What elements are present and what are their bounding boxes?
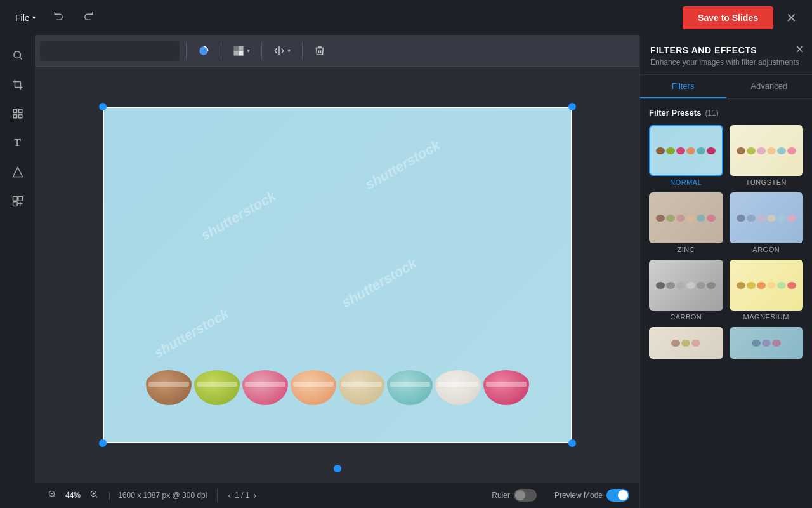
toolbar-divider-3 bbox=[261, 42, 262, 60]
tab-filters[interactable]: Filters bbox=[640, 75, 726, 98]
filter-8[interactable] bbox=[730, 327, 804, 359]
svg-rect-4 bbox=[13, 115, 16, 118]
ruler-toggle: Ruler bbox=[492, 489, 537, 502]
preview-mode-switch[interactable] bbox=[606, 489, 629, 502]
image-dimensions-info: 1600 x 1087 px @ 300 dpi bbox=[118, 491, 207, 500]
watermark-1: shutterstock bbox=[198, 187, 278, 244]
panel-subtitle: Enhance your images with filter adjustme… bbox=[650, 58, 802, 67]
mini-macarons-carbon bbox=[656, 282, 716, 289]
filter-zinc[interactable]: ZINC bbox=[649, 192, 723, 253]
macarons-row bbox=[146, 370, 529, 443]
search-tool-button[interactable] bbox=[5, 43, 30, 68]
circle-mode-icon bbox=[198, 45, 209, 57]
svg-rect-2 bbox=[13, 109, 16, 112]
right-panel: FILTERS AND EFFECTS Enhance your images … bbox=[639, 35, 812, 508]
mini-macarons-normal bbox=[656, 147, 716, 154]
filter-normal[interactable]: NORMAL bbox=[649, 125, 723, 186]
filter-argon-label: ARGON bbox=[730, 246, 804, 253]
mini-macarons-8 bbox=[752, 340, 781, 347]
delete-button[interactable] bbox=[309, 43, 331, 59]
layer-name-input[interactable] bbox=[40, 41, 180, 61]
next-page-button[interactable]: › bbox=[253, 490, 256, 500]
macaron-1 bbox=[146, 370, 192, 405]
filter-magnesium[interactable]: MAGNESIUM bbox=[730, 260, 804, 321]
transparency-button[interactable]: ▾ bbox=[228, 43, 255, 59]
filter-tungsten-preview bbox=[730, 125, 804, 176]
filter-argon-thumb bbox=[730, 192, 804, 243]
handle-bottom-right[interactable] bbox=[568, 439, 576, 447]
canvas-area: ▾ ▾ bbox=[35, 35, 639, 508]
delete-icon bbox=[314, 45, 325, 57]
filter-carbon-thumb bbox=[649, 260, 723, 311]
main-content: T bbox=[0, 35, 812, 508]
file-label: File bbox=[15, 13, 30, 23]
svg-rect-12 bbox=[234, 46, 239, 51]
save-to-slides-button[interactable]: Save to Slides bbox=[683, 6, 773, 29]
ruler-toggle-switch[interactable] bbox=[514, 489, 537, 502]
toolbar-divider-1 bbox=[186, 42, 187, 60]
filter-magnesium-label: MAGNESIUM bbox=[730, 313, 804, 321]
text-tool-button[interactable]: T bbox=[5, 130, 30, 156]
svg-rect-14 bbox=[234, 51, 239, 56]
filter-argon[interactable]: ARGON bbox=[730, 192, 804, 253]
flip-icon bbox=[273, 45, 285, 57]
filter-argon-preview bbox=[730, 192, 804, 243]
undo-button[interactable] bbox=[48, 8, 70, 27]
file-menu-button[interactable]: File ▾ bbox=[10, 10, 41, 25]
secondary-toolbar: ▾ ▾ bbox=[35, 35, 639, 67]
left-toolbar: T bbox=[0, 35, 35, 508]
redo-icon bbox=[82, 11, 94, 22]
svg-rect-13 bbox=[239, 46, 244, 51]
filter-presets-header: Filter Presets (11) bbox=[649, 108, 803, 117]
filter-icon bbox=[12, 108, 23, 119]
handle-bottom-left[interactable] bbox=[99, 439, 107, 447]
filter-8-preview bbox=[730, 327, 804, 359]
add-element-button[interactable] bbox=[5, 189, 30, 214]
filter-carbon[interactable]: CARBON bbox=[649, 260, 723, 321]
handle-top-right[interactable] bbox=[568, 103, 576, 110]
prev-page-button[interactable]: ‹ bbox=[228, 490, 231, 500]
preview-mode-toggle: Preview Mode bbox=[554, 489, 629, 502]
panel-close-button[interactable]: ✕ bbox=[795, 43, 804, 57]
zoom-out-button[interactable] bbox=[45, 488, 59, 502]
canvas-workspace[interactable]: shutterstock shutterstock shutterstock s… bbox=[35, 67, 639, 483]
macaron-7 bbox=[435, 370, 481, 405]
close-button[interactable]: ✕ bbox=[781, 8, 802, 28]
filter-normal-preview bbox=[650, 126, 722, 175]
shape-tool-button[interactable] bbox=[5, 159, 30, 185]
filter-grid: NORMAL bbox=[649, 125, 803, 359]
filter-zinc-preview bbox=[649, 192, 723, 243]
filter-7-preview bbox=[649, 327, 723, 359]
svg-line-20 bbox=[96, 496, 98, 498]
preview-mode-label: Preview Mode bbox=[554, 491, 603, 500]
watermark-3: shutterstock bbox=[362, 137, 443, 194]
macaron-2 bbox=[194, 370, 240, 405]
redo-button[interactable] bbox=[77, 8, 99, 27]
tab-advanced[interactable]: Advanced bbox=[726, 75, 813, 98]
handle-top-left[interactable] bbox=[99, 103, 107, 110]
add-icon bbox=[12, 196, 23, 207]
filter-tungsten[interactable]: TUNGSTEN bbox=[730, 125, 804, 186]
handle-bottom-center[interactable] bbox=[334, 465, 341, 472]
flip-button[interactable]: ▾ bbox=[268, 43, 296, 59]
filter-tool-button[interactable] bbox=[5, 101, 30, 126]
circle-mode-button[interactable] bbox=[193, 43, 214, 59]
flip-chevron: ▾ bbox=[287, 47, 291, 54]
ruler-toggle-knob bbox=[515, 490, 525, 500]
tab-filters-label: Filters bbox=[672, 81, 694, 91]
crop-tool-button[interactable] bbox=[5, 72, 30, 97]
filter-carbon-label: CARBON bbox=[649, 313, 723, 321]
macaron-6 bbox=[387, 370, 433, 405]
topbar-left: File ▾ bbox=[10, 8, 99, 27]
svg-rect-6 bbox=[13, 197, 17, 201]
zoom-in-button[interactable] bbox=[87, 488, 101, 502]
svg-line-17 bbox=[54, 496, 56, 498]
filter-7-thumb bbox=[649, 327, 723, 359]
filter-magnesium-preview bbox=[730, 260, 804, 311]
crop-icon bbox=[12, 79, 23, 90]
filter-tungsten-label: TUNGSTEN bbox=[730, 178, 804, 186]
zoom-in-icon bbox=[89, 490, 98, 498]
filter-magnesium-thumb bbox=[730, 260, 804, 311]
panel-content: Filter Presets (11) bbox=[640, 99, 812, 508]
filter-7[interactable] bbox=[649, 327, 723, 359]
